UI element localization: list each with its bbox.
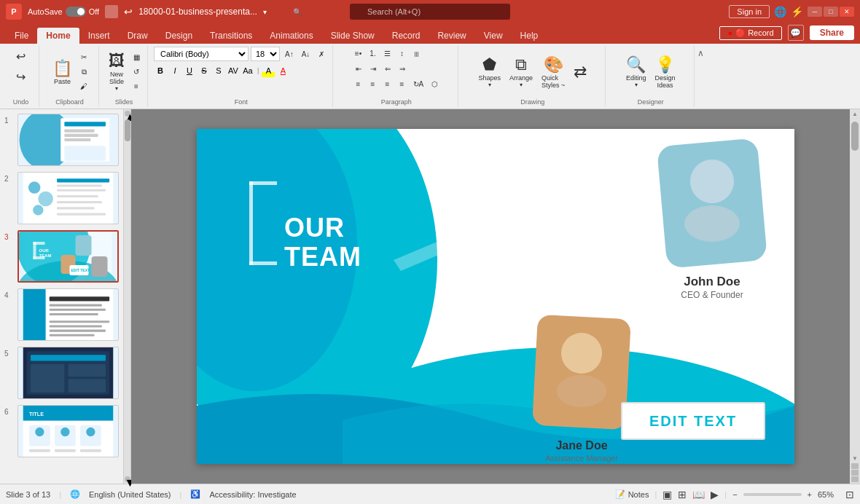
columns-button[interactable]: ⫼	[410, 47, 423, 60]
align-right-button[interactable]: ≡	[381, 77, 394, 90]
tab-help[interactable]: Help	[512, 28, 547, 44]
case-button[interactable]: Aa	[241, 64, 254, 77]
tab-draw[interactable]: Draw	[119, 28, 157, 44]
new-slide-button[interactable]: 🖼 New Slide ▾	[105, 50, 128, 94]
tab-slideshow[interactable]: Slide Show	[322, 28, 383, 44]
notes-button[interactable]: 📝 Notes	[615, 489, 649, 499]
text-direction-button[interactable]: ↻A	[410, 77, 427, 90]
font-color-button[interactable]: A	[276, 64, 289, 77]
canvas-scroll-ctrl-3[interactable]	[851, 476, 859, 482]
canvas-scroll-down[interactable]: ▼	[852, 455, 858, 462]
outline-button[interactable]: ☰	[381, 47, 394, 60]
replace-button[interactable]: ⇄	[570, 50, 590, 94]
comment-icon-button[interactable]: 💬	[788, 25, 804, 41]
tab-file[interactable]: File	[6, 28, 37, 44]
layout-button[interactable]: ▦	[130, 51, 143, 64]
sign-in-button[interactable]: Sign in	[729, 5, 770, 18]
language-indicator[interactable]: 🌐	[70, 489, 80, 499]
search-input[interactable]	[350, 4, 510, 20]
decrease-indent-button[interactable]: ⇤	[352, 62, 365, 75]
share-button[interactable]: Share	[810, 25, 854, 40]
slide-sorter-icon[interactable]: ⊞	[678, 489, 687, 500]
minimize-button[interactable]: ─	[808, 7, 822, 17]
shadow-button[interactable]: S	[212, 64, 225, 77]
close-button[interactable]: ✕	[840, 7, 854, 17]
canvas-scroll-up[interactable]: ▲	[852, 111, 858, 117]
cut-button[interactable]: ✂	[77, 51, 90, 64]
section-button[interactable]: ≡	[130, 80, 143, 93]
redo-button[interactable]: ↪	[13, 67, 28, 86]
collapse-ribbon-button[interactable]: ∧	[696, 45, 705, 107]
format-painter-button[interactable]: 🖌	[77, 80, 90, 93]
slide-thumbnail-6[interactable]: 6 TITLE	[3, 403, 120, 459]
arrange-button[interactable]: ⧉ Arrange ▾	[506, 50, 536, 94]
line-spacing-button[interactable]: ↕	[396, 47, 409, 60]
tab-view[interactable]: View	[475, 28, 512, 44]
reading-view-icon[interactable]: 📖	[692, 489, 705, 500]
editing-button[interactable]: 🔍 Editing ▾	[622, 50, 650, 94]
slide-thumbnail-4[interactable]: 4	[3, 287, 120, 342]
slide-thumbnail-3[interactable]: 3 OUR TEAM EDIT TEXT	[3, 229, 120, 284]
zoom-slider[interactable]	[743, 493, 802, 496]
clear-format-button[interactable]: ✗	[315, 47, 328, 60]
autosave-toggle[interactable]	[66, 7, 86, 17]
tab-home[interactable]: Home	[37, 28, 79, 44]
font-shrink-button[interactable]: A↓	[299, 47, 313, 60]
fit-slide-button[interactable]: ⊡	[845, 489, 854, 500]
maximize-button[interactable]: □	[824, 7, 838, 17]
slide-thumbnail-2[interactable]: 2	[3, 170, 120, 226]
tab-record[interactable]: Record	[383, 28, 429, 44]
scroll-up-button[interactable]: ▲	[125, 111, 130, 117]
save-icon[interactable]	[105, 5, 118, 18]
canvas-scroll-thumb[interactable]	[851, 122, 859, 151]
ltr-button[interactable]: ⇒	[396, 62, 409, 75]
bullets-button[interactable]: ≡•	[352, 47, 365, 60]
quick-styles-button[interactable]: 🎨 QuickStyles ~	[538, 50, 568, 94]
zoom-out-button[interactable]: −	[732, 490, 737, 499]
font-name-select[interactable]: Calibri (Body)	[154, 47, 249, 61]
accessibility-label[interactable]: Accessibility: Investigate	[209, 490, 296, 499]
canvas-scroll-ctrl-2[interactable]	[851, 470, 859, 476]
slide-canvas[interactable]: OUR TEAM John Doe CEO & Founder Jane Doe…	[197, 129, 794, 464]
undo-icon-tb[interactable]: ↩	[124, 6, 133, 17]
undo-button[interactable]: ↩	[13, 47, 28, 66]
tab-insert[interactable]: Insert	[79, 28, 119, 44]
slides-panel-scrollbar[interactable]: ▲ ▼	[124, 109, 131, 484]
tab-review[interactable]: Review	[429, 28, 474, 44]
underline-button[interactable]: U	[183, 64, 196, 77]
align-left-button[interactable]: ≡	[352, 77, 365, 90]
zoom-level[interactable]: 65%	[818, 490, 840, 499]
scroll-down-button[interactable]: ▼	[125, 476, 130, 482]
slide-thumbnail-1[interactable]: 1	[3, 112, 120, 168]
numbering-button[interactable]: 1.	[367, 47, 380, 60]
dropdown-icon[interactable]: ▾	[263, 8, 267, 16]
font-size-select[interactable]: 18	[251, 47, 280, 61]
rtl-button[interactable]: ⇐	[381, 62, 394, 75]
copy-button[interactable]: ⧉	[77, 66, 90, 79]
align-center-button[interactable]: ≡	[367, 77, 380, 90]
normal-view-icon[interactable]: ▣	[662, 489, 672, 500]
slide-thumbnail-5[interactable]: 5	[3, 345, 120, 401]
paste-button[interactable]: 📋 Paste	[49, 50, 76, 94]
justify-button[interactable]: ≡	[396, 77, 409, 90]
tab-transitions[interactable]: Transitions	[201, 28, 261, 44]
tab-design[interactable]: Design	[157, 28, 201, 44]
italic-button[interactable]: I	[168, 64, 181, 77]
zoom-in-button[interactable]: +	[808, 490, 812, 499]
spacing-button[interactable]: AV	[227, 64, 240, 77]
scroll-thumb[interactable]	[125, 119, 130, 141]
shapes-button[interactable]: ⬟ Shapes ▾	[474, 50, 504, 94]
record-button[interactable]: ● 🔴 Record	[719, 26, 781, 40]
new-slide-dropdown-icon[interactable]: ▾	[115, 85, 118, 92]
tab-animations[interactable]: Animations	[261, 28, 321, 44]
bold-button[interactable]: B	[154, 64, 167, 77]
font-grow-button[interactable]: A↑	[282, 47, 297, 60]
highlight-button[interactable]: A	[262, 64, 275, 77]
convert-to-smartart-button[interactable]: ⬡	[428, 77, 441, 90]
slideshow-icon[interactable]: ▶	[711, 489, 719, 500]
canvas-scroll-ctrl-1[interactable]	[851, 463, 859, 469]
design-ideas-button[interactable]: 💡 DesignIdeas	[652, 50, 679, 94]
canvas-vertical-scrollbar[interactable]: ▲ ▼	[850, 109, 860, 484]
reset-button[interactable]: ↺	[130, 66, 143, 79]
strikethrough-button[interactable]: S	[198, 64, 211, 77]
